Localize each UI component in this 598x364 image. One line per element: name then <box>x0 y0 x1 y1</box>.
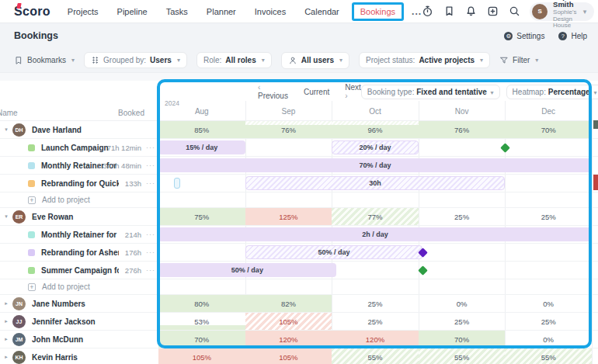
row-left-rebranding-for-asher[interactable]: Rebranding for Asher176h··· <box>0 244 158 261</box>
heatmap-cell-oct[interactable]: 25% <box>332 295 419 312</box>
expand-chevron-icon[interactable]: ▸ <box>0 336 12 342</box>
row-more-menu[interactable]: ··· <box>146 144 155 151</box>
nav-icon-group <box>422 5 520 17</box>
row-left-john-mcdunn[interactable]: ▸JMJohn McDunn <box>0 331 158 348</box>
nav-item-calendar[interactable]: Calendar <box>304 7 339 16</box>
users-filter-dropdown[interactable]: All users▾ <box>281 52 349 69</box>
milestone-diamond[interactable] <box>418 265 428 276</box>
heatmap-cell-dec[interactable]: 55% <box>505 348 592 364</box>
previous-period-button[interactable]: ‹ Previous <box>258 83 288 100</box>
expand-chevron-icon[interactable]: ▸ <box>0 300 12 307</box>
row-more-menu[interactable]: ··· <box>146 248 155 256</box>
row-left-dave-harland[interactable]: ▾DHDave Harland <box>0 121 158 138</box>
heatmap-cell-aug[interactable]: 105% <box>158 348 245 364</box>
row-left-jennifer-jackson[interactable]: ▸JJJennifer Jackson <box>0 313 158 330</box>
nav-more-menu[interactable]: ... <box>412 6 422 17</box>
milestone-diamond[interactable] <box>500 143 510 153</box>
role-dropdown[interactable]: Role:All roles▾ <box>196 52 272 68</box>
heatmap-cell-nov[interactable]: 25% <box>419 313 506 330</box>
bookmarks-dropdown[interactable]: Bookmarks▾ <box>14 56 75 65</box>
heatmap-cell-dec[interactable]: 0% <box>505 295 592 312</box>
row-left-summer-campaign-for-easy[interactable]: Summer Campaign for Easy...276h··· <box>0 262 158 279</box>
scoro-logo[interactable]: Scoro <box>14 5 50 19</box>
row-left-monthly-retainer-for-highlan[interactable]: Monthly Retainer for Highlan...214h··· <box>0 226 158 243</box>
heatmap-cell-nov[interactable]: 0% <box>419 295 506 312</box>
heatmap-cell-dec[interactable]: 25% <box>505 208 592 225</box>
collapse-chevron-icon[interactable]: ▾ <box>0 213 12 220</box>
booking-bar[interactable]: 70% / day <box>158 158 592 172</box>
bookmark-icon <box>14 56 23 65</box>
row-left-jane-numbers[interactable]: ▸JNJane Numbers <box>0 295 158 312</box>
row-more-menu[interactable]: ··· <box>146 266 155 274</box>
booking-bar[interactable]: 15% / day <box>158 140 245 154</box>
heatmap-cell-sep[interactable]: 105% <box>245 348 332 364</box>
collapse-chevron-icon[interactable]: ▾ <box>0 127 12 133</box>
current-period-button[interactable]: Current <box>304 88 329 96</box>
row-more-menu[interactable]: ··· <box>146 179 155 187</box>
filter-dropdown[interactable]: Filter▾ <box>499 56 538 65</box>
quick-add-icon[interactable] <box>487 5 499 17</box>
row-more-menu[interactable]: ··· <box>146 231 155 238</box>
heatmap-cell-oct[interactable]: 55% <box>332 348 419 364</box>
heatmap-cell-sep[interactable]: 82% <box>245 295 332 312</box>
heatmap-cell-sep[interactable]: 105% <box>245 313 332 330</box>
row-left-monthly-retainer-for-highlan[interactable]: Monthly Retainer for Highlan...1 347h 48… <box>0 157 158 174</box>
booking-bar[interactable]: 50% / day <box>245 245 423 259</box>
heatmap-cell-sep[interactable]: 120% <box>245 331 332 348</box>
heatmap-cell-aug[interactable]: 80% <box>158 295 245 312</box>
heatmap-cell-aug[interactable]: 70% <box>158 331 245 348</box>
expand-chevron-icon[interactable]: ▸ <box>0 318 12 324</box>
project-color-swatch <box>28 249 35 256</box>
nav-item-tasks[interactable]: Tasks <box>166 7 188 16</box>
bookmark-icon[interactable] <box>443 5 455 17</box>
booking-bar[interactable]: 20% / day <box>332 140 419 154</box>
row-left-kevin-harris[interactable]: ▸KHKevin Harris <box>0 348 158 364</box>
user-account-chip[interactable]: S Sophie Smith Sophie's Design House ▾ <box>530 2 594 21</box>
nav-item-projects[interactable]: Projects <box>68 7 99 16</box>
expand-chevron-icon[interactable]: ▸ <box>0 354 12 360</box>
heatmap-cell-dec[interactable]: 70% <box>505 121 592 138</box>
nav-item-bookings[interactable]: Bookings <box>352 2 404 21</box>
page-header: Bookings ⚙Settings ?Help <box>0 23 598 48</box>
row-more-menu[interactable]: ··· <box>146 161 155 169</box>
heatmap-cell-aug[interactable]: 75% <box>158 208 245 225</box>
row-left-launch-campaign[interactable]: Launch Campaign71h 12min··· <box>0 139 158 156</box>
heatmap-cell-oct[interactable]: 25% <box>332 313 419 330</box>
help-button[interactable]: ?Help <box>558 32 587 40</box>
notifications-bell-icon[interactable] <box>465 5 477 17</box>
timer-icon[interactable] <box>422 5 433 17</box>
heatmap-cell-dec[interactable]: 0% <box>505 331 592 348</box>
heatmap-cell-sep[interactable]: 76% <box>245 121 332 138</box>
heatmap-cell-aug[interactable]: 53% <box>158 313 245 330</box>
heatmap-cell-oct[interactable]: 77% <box>332 208 419 225</box>
user-avatar: JJ <box>12 315 26 328</box>
nav-item-invoices[interactable]: Invoices <box>255 7 286 16</box>
next-period-button[interactable]: Next › <box>345 83 361 100</box>
user-row-eve-rowan: 75%125%77%25%25%▾EREve Rowan <box>0 208 598 226</box>
heatmap-cell-oct[interactable]: 96% <box>332 121 419 138</box>
heatmap-cell-nov[interactable]: 25% <box>419 208 506 225</box>
booking-bar[interactable]: 50% / day <box>158 263 336 277</box>
search-icon[interactable] <box>509 5 520 17</box>
project-status-dropdown[interactable]: Project status:Active projects▾ <box>359 52 490 68</box>
grouped-by-dropdown[interactable]: Grouped by:Users▾ <box>84 52 187 68</box>
heatmap-cell-nov[interactable]: 55% <box>419 348 506 364</box>
heatmap-dropdown[interactable]: Heatmap: Percentage ▾ <box>506 85 598 99</box>
nav-item-pipeline[interactable]: Pipeline <box>117 7 148 16</box>
heatmap-cell-aug[interactable]: 85% <box>158 121 245 138</box>
heatmap-cell-oct[interactable]: 120% <box>332 331 419 348</box>
heatmap-cell-nov[interactable]: 70% <box>419 331 506 348</box>
nav-item-planner[interactable]: Planner <box>207 7 236 16</box>
row-left-rebranding-for-quickfox[interactable]: Rebranding for QuickFox133h··· <box>0 175 158 192</box>
booking-fragment[interactable] <box>174 178 180 189</box>
booking-bar[interactable]: 2h / day <box>158 227 592 241</box>
heatmap-cell-dec[interactable]: 25% <box>505 313 592 330</box>
settings-button[interactable]: ⚙Settings <box>504 32 544 40</box>
heatmap-cell-sep[interactable]: 125% <box>245 208 332 225</box>
row-left-eve-rowan[interactable]: ▾EREve Rowan <box>0 208 158 225</box>
booking-bar[interactable]: 30h <box>245 176 506 190</box>
add-to-project-button[interactable]: +Add to project <box>0 279 158 294</box>
heatmap-cell-nov[interactable]: 76% <box>419 121 506 138</box>
add-to-project-button[interactable]: +Add to project <box>0 192 158 207</box>
booking-type-dropdown[interactable]: Booking type: Fixed and tentative ▾ <box>361 85 500 99</box>
